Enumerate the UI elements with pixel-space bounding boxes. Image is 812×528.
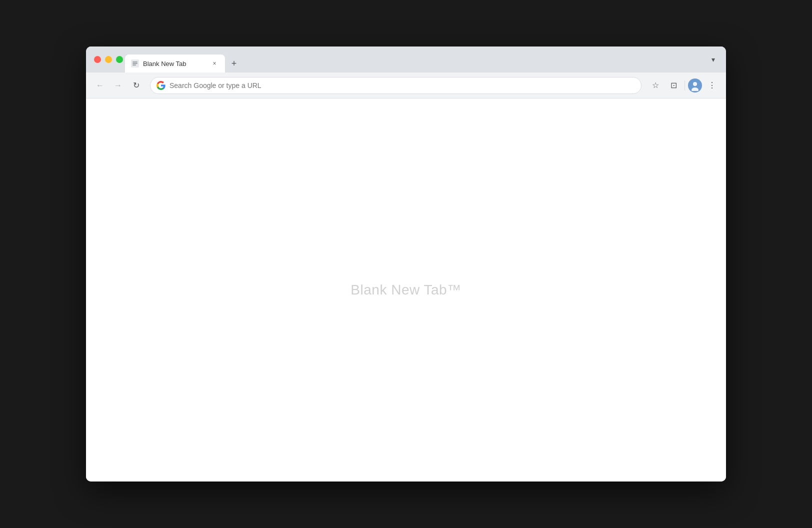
tab-favicon-icon <box>131 60 139 68</box>
toolbar: ← → ↻ ☆ ⊡ ⋮ <box>86 72 726 98</box>
forward-button[interactable]: → <box>110 78 126 94</box>
active-tab[interactable]: Blank New Tab × <box>125 54 225 72</box>
maximize-button[interactable] <box>116 56 123 63</box>
page-watermark: Blank New Tab™ <box>350 282 461 298</box>
title-bar: Blank New Tab × + ▾ <box>86 46 726 72</box>
svg-point-4 <box>693 82 697 86</box>
close-button[interactable] <box>94 56 101 63</box>
tab-close-button[interactable]: × <box>210 59 219 68</box>
svg-point-5 <box>692 88 698 91</box>
toolbar-actions: ☆ ⊡ ⋮ <box>648 78 720 94</box>
browser-window: Blank New Tab × + ▾ ← → ↻ ☆ ⊡ <box>86 46 726 482</box>
tab-bar-menu-button[interactable]: ▾ <box>706 52 720 66</box>
chrome-menu-button[interactable]: ⋮ <box>704 78 720 94</box>
window-controls <box>94 56 123 63</box>
refresh-button[interactable]: ↻ <box>128 78 144 94</box>
profile-avatar-button[interactable] <box>688 78 702 92</box>
svg-rect-3 <box>132 64 136 66</box>
toolbar-divider <box>684 80 685 90</box>
address-input[interactable] <box>170 82 635 90</box>
back-button[interactable]: ← <box>92 78 108 94</box>
svg-rect-1 <box>132 62 138 62</box>
tab-bar-right: ▾ <box>706 52 720 66</box>
tab-title: Blank New Tab <box>143 60 206 68</box>
page-content: Blank New Tab™ <box>86 98 726 482</box>
new-tab-button[interactable]: + <box>227 56 241 70</box>
google-logo-icon <box>156 81 166 90</box>
avatar-icon <box>690 80 700 91</box>
tabs-area: Blank New Tab × + <box>125 54 722 72</box>
bookmark-button[interactable]: ☆ <box>648 78 664 94</box>
address-bar[interactable] <box>150 77 642 94</box>
svg-rect-2 <box>132 63 138 64</box>
minimize-button[interactable] <box>105 56 112 63</box>
extensions-button[interactable]: ⊡ <box>666 78 682 94</box>
